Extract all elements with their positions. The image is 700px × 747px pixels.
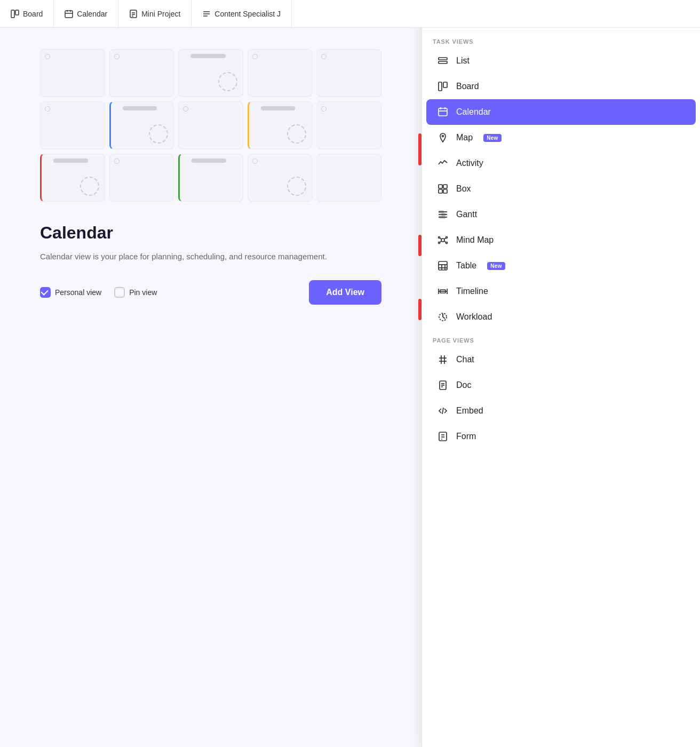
menu-item-table[interactable]: Table New (426, 253, 696, 279)
doc-icon (437, 380, 449, 391)
svg-rect-23 (443, 82, 447, 88)
svg-rect-22 (439, 82, 442, 91)
svg-rect-32 (443, 189, 447, 193)
main-content: Calendar Calendar view is your place for… (0, 28, 421, 747)
box-icon (437, 184, 449, 194)
menu-item-chat[interactable]: Chat (426, 347, 696, 372)
svg-rect-24 (439, 108, 447, 116)
tab-mini-project-label: Mini Project (141, 10, 180, 18)
svg-rect-30 (443, 185, 447, 188)
menu-item-mind-map[interactable]: Mind Map (426, 227, 696, 253)
embed-icon (437, 406, 449, 416)
cal-cell-13 (178, 154, 243, 202)
tab-calendar-label: Calendar (77, 10, 107, 18)
cal-cell-10 (316, 101, 381, 149)
map-label: Map (456, 133, 473, 142)
svg-line-47 (444, 241, 446, 242)
pin-view-checkbox[interactable] (114, 287, 125, 298)
cal-cell-5 (316, 49, 381, 97)
menu-item-doc[interactable]: Doc (426, 372, 696, 398)
svg-point-28 (442, 136, 444, 137)
svg-rect-31 (439, 189, 442, 193)
map-icon (437, 132, 449, 143)
cal-dot (114, 158, 120, 164)
list-icon (437, 55, 449, 66)
calendar-menu-icon (437, 107, 449, 117)
svg-rect-48 (439, 261, 447, 270)
svg-line-44 (440, 238, 441, 239)
menu-item-calendar[interactable]: Calendar (426, 99, 696, 125)
list-label: List (456, 56, 470, 66)
cal-cell-7 (109, 101, 174, 149)
cal-circle (287, 124, 306, 144)
svg-rect-21 (439, 61, 447, 63)
hash-icon (437, 354, 449, 365)
pin-view-label: Pin view (129, 288, 157, 297)
menu-item-map[interactable]: Map New (426, 125, 696, 150)
cal-cell-15 (316, 154, 381, 202)
svg-rect-36 (439, 211, 443, 213)
svg-rect-38 (440, 216, 445, 218)
cal-dot (321, 54, 327, 59)
menu-item-gantt[interactable]: Gantt (426, 202, 696, 227)
menu-item-timeline[interactable]: Timeline (426, 279, 696, 304)
mind-map-label: Mind Map (456, 235, 494, 245)
embed-label: Embed (456, 406, 483, 416)
timeline-label: Timeline (456, 287, 488, 296)
timeline-icon (437, 286, 449, 297)
cal-cell-4 (248, 49, 313, 97)
form-label: Form (456, 432, 476, 441)
tab-content-specialist[interactable]: Content Specialist J (192, 0, 292, 27)
tab-board-label: Board (23, 10, 43, 18)
box-label: Box (456, 184, 471, 194)
cal-circle (287, 177, 306, 196)
svg-rect-6 (130, 10, 137, 18)
menu-item-workload[interactable]: Workload (426, 304, 696, 330)
menu-item-list[interactable]: List (426, 48, 696, 74)
gantt-label: Gantt (456, 210, 477, 219)
menu-item-board[interactable]: Board (426, 74, 696, 99)
cal-cell-2 (109, 49, 174, 97)
svg-rect-2 (65, 11, 73, 18)
svg-rect-37 (442, 213, 446, 216)
calendar-title: Calendar (40, 223, 381, 243)
cal-dot (183, 106, 188, 112)
form-icon (437, 431, 449, 442)
tab-calendar[interactable]: Calendar (54, 0, 118, 27)
tab-mini-project[interactable]: Mini Project (118, 0, 192, 27)
table-badge: New (487, 262, 505, 270)
calendar-icon-tab (65, 10, 73, 18)
cal-dot (252, 54, 258, 59)
cal-dot (114, 54, 120, 59)
tab-bar: Board Calendar Mini Project Content Spec… (0, 0, 700, 28)
personal-view-group[interactable]: Personal view (40, 287, 101, 298)
tab-board[interactable]: Board (0, 0, 54, 27)
menu-item-box[interactable]: Box (426, 176, 696, 202)
workload-icon (437, 312, 449, 322)
pin-view-group[interactable]: Pin view (114, 287, 157, 298)
board-label: Board (456, 82, 479, 91)
svg-rect-1 (15, 10, 19, 15)
cal-dot (321, 106, 327, 112)
add-view-button[interactable]: Add View (309, 280, 381, 305)
board-menu-icon (437, 81, 449, 92)
cal-bar (192, 158, 226, 163)
cal-circle (149, 124, 168, 144)
lines-icon-tab (202, 10, 211, 18)
menu-item-embed[interactable]: Embed (426, 398, 696, 424)
calendar-description: Calendar view is your place for planning… (40, 250, 381, 263)
menu-item-activity[interactable]: Activity (426, 150, 696, 176)
cal-bar (53, 158, 88, 163)
cal-circle (80, 177, 99, 196)
cal-cell-9 (248, 101, 313, 149)
svg-line-66 (442, 408, 443, 414)
gantt-icon (437, 209, 449, 220)
map-badge: New (483, 134, 501, 142)
personal-view-label: Personal view (55, 288, 101, 297)
cal-cell-11 (40, 154, 105, 202)
cal-cell-8 (178, 101, 243, 149)
personal-view-checkbox[interactable] (40, 287, 51, 298)
cal-cell-14 (248, 154, 313, 202)
cal-dot (45, 54, 50, 59)
menu-item-form[interactable]: Form (426, 424, 696, 449)
